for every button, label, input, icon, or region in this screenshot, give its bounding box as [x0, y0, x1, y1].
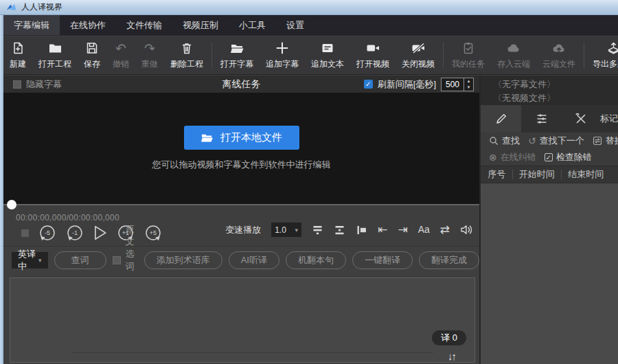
video-camera-off-icon: [411, 41, 426, 56]
align-playhead-icon[interactable]: [356, 225, 367, 236]
plus-icon: [275, 41, 289, 56]
cloud-files-button[interactable]: 云端文件: [536, 36, 582, 74]
volume-icon[interactable]: [460, 224, 473, 236]
toolbar-separator: [211, 43, 212, 69]
new-project-button[interactable]: 新建: [3, 36, 32, 74]
skip-back-5-button[interactable]: -5: [38, 224, 56, 242]
jump-to-end-icon[interactable]: ⇥: [398, 224, 407, 236]
merge-up-subtitle-icon[interactable]: [312, 225, 323, 236]
font-style-icon[interactable]: Aa: [418, 224, 430, 236]
translation-count-badge: 译 0: [432, 330, 466, 345]
online-correct-button[interactable]: ⊗ 在线纠错: [489, 151, 536, 163]
pencil-icon: [494, 112, 508, 126]
refresh-interval-value[interactable]: 500: [442, 78, 464, 91]
tab-timeline[interactable]: [521, 105, 562, 133]
check-debug-toggle[interactable]: ✓ 检查除错: [545, 151, 592, 163]
spinner-arrows[interactable]: ▴ ▾: [464, 78, 473, 91]
skip-forward-5-button[interactable]: +5: [144, 224, 162, 242]
undo-button[interactable]: ↶ 撤销: [106, 36, 135, 74]
svg-text:-1: -1: [72, 229, 78, 236]
refresh-interval-checkbox[interactable]: ✓: [364, 80, 373, 89]
layers-export-icon: [606, 41, 618, 56]
drag-drop-hint: 您可以拖动视频和字幕文件到软件中进行编辑: [152, 159, 331, 171]
add-to-glossary-button[interactable]: 添加到术语库: [144, 251, 222, 269]
menu-online-collab[interactable]: 在线协作: [60, 15, 116, 35]
subtitle-text-editor[interactable]: 译 0 ↓↑: [10, 277, 475, 363]
one-click-translate-button[interactable]: 一键翻译: [352, 251, 413, 269]
lookup-word-button[interactable]: 查词: [54, 251, 106, 269]
replace-button[interactable]: 替换: [593, 135, 618, 147]
open-subtitle-button[interactable]: 打开字幕: [214, 36, 260, 74]
sub-header: 离线任务 隐藏字幕 ✓ 刷新间隔[毫秒] 500 ▴ ▾: [3, 76, 479, 93]
toolbar-separator: [584, 43, 584, 69]
chevron-down-icon: ▾: [38, 257, 42, 264]
svg-text:-5: -5: [45, 229, 50, 236]
append-text-button[interactable]: 追加文本: [305, 36, 350, 74]
menu-subtitle-edit[interactable]: 字幕编辑: [3, 15, 60, 35]
ai-transcribe-button[interactable]: AI听译: [229, 251, 279, 269]
machine-translate-line-button[interactable]: 机翻本句: [286, 251, 346, 269]
seek-bar[interactable]: [3, 204, 479, 211]
find-button[interactable]: 查找: [489, 135, 520, 147]
undo-icon: ↶: [115, 41, 126, 56]
save-to-cloud-button[interactable]: 存入云端: [491, 36, 536, 74]
find-next-button[interactable]: ↺ 查找下一个: [528, 135, 584, 147]
translate-done-button[interactable]: 翻译完成: [419, 251, 479, 269]
refresh-interval-label: 刷新间隔[毫秒]: [378, 78, 436, 91]
menu-file-transfer[interactable]: 文件传输: [116, 15, 172, 35]
swap-horizontal-icon[interactable]: ⇄: [440, 224, 450, 236]
menu-bar: 字幕编辑 在线协作 文件传输 视频压制 小工具 设置: [3, 15, 618, 36]
app-logo-icon: [6, 3, 17, 12]
open-local-file-button[interactable]: 打开本地文件: [184, 126, 299, 150]
subtitle-table-body[interactable]: [481, 183, 618, 364]
video-drop-zone[interactable]: 打开本地文件 您可以拖动视频和字幕文件到软件中进行编辑: [3, 93, 479, 204]
redo-icon: ↷: [144, 41, 155, 56]
title-bar[interactable]: 人人译视界: [0, 0, 618, 15]
panel-tab-bar: 标记: [481, 105, 618, 133]
seek-handle[interactable]: [7, 200, 16, 209]
open-video-button[interactable]: 打开视频: [350, 36, 396, 74]
tools-icon: [574, 112, 588, 126]
seek-track[interactable]: [3, 204, 479, 205]
svg-text:+5: +5: [150, 229, 157, 236]
stop-button[interactable]: [21, 229, 29, 237]
spinner-down-icon[interactable]: ▾: [464, 84, 473, 91]
select-word-translate-checkbox[interactable]: [113, 256, 121, 264]
my-tasks-button[interactable]: 我的任务: [446, 36, 491, 74]
spinner-up-icon[interactable]: ▴: [464, 78, 473, 84]
speed-select[interactable]: 1.0 ▾: [271, 223, 301, 237]
playback-time: 00:00:00,000/00:00:00,000: [16, 213, 119, 223]
skip-back-1-button[interactable]: -1: [66, 224, 84, 242]
find-next-icon: ↺: [528, 135, 536, 146]
play-button[interactable]: [93, 225, 107, 240]
tab-edit[interactable]: [481, 105, 521, 133]
export-multi-version-button[interactable]: 导出多版本: [586, 36, 618, 74]
subtitle-table-header: 序号 开始时间 结束时间: [481, 166, 618, 183]
open-project-button[interactable]: 打开工程: [32, 36, 78, 74]
tab-tools[interactable]: [562, 105, 600, 133]
tab-mark-label[interactable]: 标记: [600, 105, 618, 133]
save-button[interactable]: 保存: [78, 36, 106, 74]
check-row: ⊗ 在线纠错 ✓ 检查除错: [481, 149, 618, 166]
menu-settings[interactable]: 设置: [276, 15, 314, 35]
player-panel: 00:00:00,000/00:00:00,000 -5 -1: [3, 211, 479, 245]
jump-to-start-icon[interactable]: ⇤: [378, 224, 387, 236]
menu-tools[interactable]: 小工具: [229, 15, 276, 35]
refresh-interval-spinner[interactable]: 500 ▴ ▾: [441, 78, 474, 91]
close-video-button[interactable]: 关闭视频: [396, 36, 441, 74]
find-row: 查找 ↺ 查找下一个 替换: [481, 133, 618, 149]
subtitle-list-panel: 〈无字幕文件〉 〈无视频文件〉: [481, 76, 618, 364]
app-window: 人人译视界 字幕编辑 在线协作 文件传输 视频压制 小工具 设置 新建 打开工程: [0, 0, 618, 364]
language-select[interactable]: 英译中 ▾: [12, 252, 48, 269]
merge-down-subtitle-icon[interactable]: [334, 225, 345, 236]
append-subtitle-button[interactable]: 追加字幕: [260, 36, 305, 74]
menu-video-encode[interactable]: 视频压制: [172, 15, 229, 35]
check-debug-checkbox[interactable]: ✓: [545, 153, 553, 161]
trash-icon: [180, 41, 194, 56]
swap-source-target-icon[interactable]: ↓↑: [448, 350, 455, 362]
redo-button[interactable]: ↷ 重做: [135, 36, 164, 74]
chevron-down-icon: ▾: [295, 227, 299, 234]
delete-project-button[interactable]: 删除工程: [164, 36, 209, 74]
new-file-icon: [11, 41, 25, 56]
window-title: 人人译视界: [21, 1, 62, 13]
